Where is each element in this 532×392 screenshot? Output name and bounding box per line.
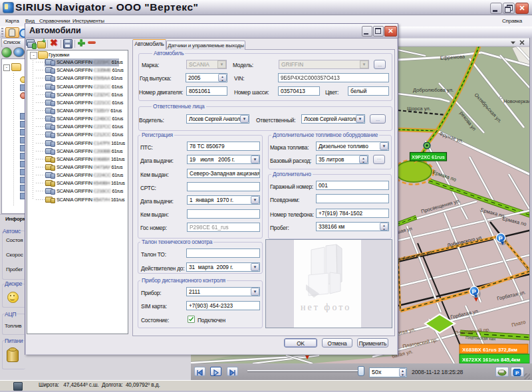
svg-text:Х683ВХ 61rus 372,8км: Х683ВХ 61rus 372,8км: [462, 347, 517, 353]
svg-text:P: P: [515, 370, 519, 376]
svg-text:Добролюбова ул.: Добролюбова ул.: [413, 87, 454, 93]
svg-text:Щорса ул.: Щорса ул.: [407, 106, 431, 112]
svg-text:P: P: [499, 235, 503, 242]
svg-text:P: P: [472, 288, 477, 295]
svg-text:Новочеркасск: Новочеркасск: [503, 98, 532, 104]
svg-text:Х9Р2ХС 61rus: Х9Р2ХС 61rus: [412, 154, 445, 160]
svg-text:Х672ХХ 161rus 845,4км: Х672ХХ 161rus 845,4км: [462, 357, 521, 363]
